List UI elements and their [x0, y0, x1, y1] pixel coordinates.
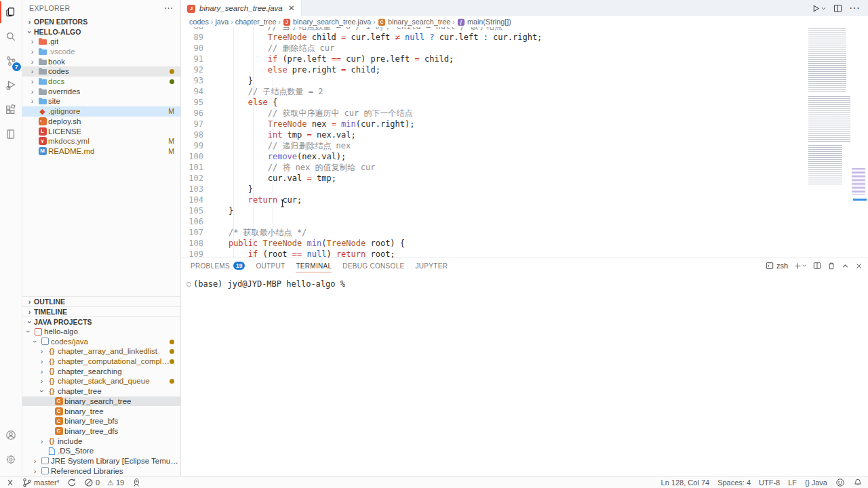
java-project-item-hello-algo[interactable]: ›hello-algo	[22, 327, 180, 337]
java-project-item-chapter-array-and-linkedlist[interactable]: ›{}chapter_array_and_linkedlist	[22, 346, 180, 357]
problem-dot-badge	[170, 338, 180, 346]
package-icon: {}	[46, 367, 58, 375]
extensions-icon	[5, 104, 16, 115]
status-item-remote-indicator[interactable]	[5, 478, 15, 487]
java-file-icon: J	[187, 3, 195, 13]
java-project-item-binary-tree-bfs[interactable]: Cbinary_tree_bfs	[22, 416, 180, 426]
open-editors-section[interactable]: ›OPEN EDITORS	[22, 16, 180, 26]
root-folder-section[interactable]: ›HELLO-ALGO	[22, 26, 180, 37]
extensions-view-icon[interactable]	[0, 98, 22, 122]
explorer-item--vscode[interactable]: ›.vscode	[22, 47, 180, 57]
chevron-right-icon: ›	[37, 367, 46, 375]
java-project-item-include[interactable]: ›{}include	[22, 436, 180, 446]
explorer-item-docs[interactable]: ›docs	[22, 77, 180, 87]
java-project-item-binary-tree-dfs[interactable]: Cbinary_tree_dfs	[22, 426, 180, 436]
explorer-item-overrides[interactable]: ›overrides	[22, 86, 180, 96]
gear-icon	[5, 454, 16, 465]
folder-blue-icon	[37, 77, 48, 85]
account-button[interactable]	[0, 423, 22, 447]
panel-tab-terminal[interactable]: TERMINAL	[296, 260, 332, 272]
status-item-java-status[interactable]	[132, 478, 141, 487]
status-item-cursor-position[interactable]: Ln 128, Col 74	[661, 479, 710, 487]
breadcrumb-item[interactable]: chapter_tree	[235, 18, 277, 26]
new-terminal-button[interactable]	[794, 262, 807, 270]
close-panel-button[interactable]	[855, 262, 863, 270]
java-project-item-chapter-computational-complexity[interactable]: ›{}chapter_computational_complexity	[22, 357, 180, 367]
explorer-view-icon[interactable]	[0, 0, 22, 24]
class-icon: C	[53, 397, 64, 405]
status-item-feedback[interactable]	[835, 478, 845, 487]
status-item-language-mode[interactable]: {}Java	[805, 479, 827, 487]
java-project-item-binary-tree[interactable]: Cbinary_tree	[22, 406, 180, 416]
status-item-indentation[interactable]: Spaces: 4	[717, 479, 751, 487]
explorer-item--git[interactable]: ›.git	[22, 37, 180, 47]
line-number: 101	[181, 162, 203, 173]
kill-terminal-button[interactable]	[827, 262, 835, 270]
explorer-more-actions-button[interactable]: ···	[165, 4, 174, 12]
more-actions-button[interactable]: ···	[849, 2, 860, 14]
java-project-item--ds-store[interactable]: .DS_Store	[22, 446, 180, 456]
panel-tab-output[interactable]: OUTPUT	[256, 260, 285, 272]
terminal[interactable]: (base) jyd@JYD-MBP hello-algo %	[181, 273, 868, 476]
panel-tab-problems[interactable]: PROBLEMS19	[191, 259, 245, 272]
settings-button[interactable]	[0, 447, 22, 472]
line-number: 91	[181, 54, 203, 64]
run-button[interactable]	[812, 4, 827, 13]
explorer-item-site[interactable]: ›site	[22, 96, 180, 106]
panel-tab-debug-console[interactable]: DEBUG CONSOLE	[342, 260, 404, 272]
tab-binary-search-tree[interactable]: J binary_search_tree.java ✕	[181, 0, 302, 16]
status-item-sync[interactable]	[67, 478, 77, 487]
chevron-right-icon: ›	[37, 437, 46, 445]
java-project-item-referenced-libraries[interactable]: ›Referenced Libraries	[22, 466, 180, 476]
run-debug-view-icon[interactable]	[0, 73, 22, 98]
line-number: 104	[181, 195, 203, 205]
code-editor[interactable]: 88 // 当子结点数量 = 0 / 1 时， child = null / 该…	[181, 27, 868, 258]
breadcrumb-item[interactable]: java	[215, 18, 229, 26]
java-project-item-chapter-searching[interactable]: ›{}chapter_searching	[22, 366, 180, 376]
status-item-errors[interactable]: 0	[84, 478, 100, 487]
explorer-item-mkdocs-yml[interactable]: Ymkdocs.ymlM	[22, 136, 180, 146]
explorer-item-codes[interactable]: ›codes	[22, 66, 180, 77]
breadcrumb-item[interactable]: ƒmain(String[])	[457, 17, 511, 26]
split-terminal-button[interactable]	[813, 262, 821, 270]
explorer-item--gitignore[interactable]: ◆.gitignoreM	[22, 106, 180, 117]
breadcrumb-item[interactable]: Cbinary_search_tree	[378, 17, 450, 26]
java-project-item-chapter-stack-and-queue[interactable]: ›{}chapter_stack_and_queue	[22, 376, 180, 386]
status-item-encoding[interactable]: UTF-8	[759, 479, 780, 487]
explorer-item-deploy-sh[interactable]: ›_deploy.sh	[22, 117, 180, 127]
library-icon	[39, 467, 51, 474]
status-item-eol[interactable]: LF	[788, 479, 797, 487]
timeline-section[interactable]: ›TIMELINE	[22, 306, 180, 317]
explorer-item-book[interactable]: ›book	[22, 56, 180, 66]
terminal-shell-selector[interactable]: zsh	[766, 262, 788, 270]
source-control-view-icon[interactable]: 7	[0, 49, 22, 73]
status-item-notifications[interactable]	[853, 478, 863, 487]
explorer-item-readme-md[interactable]: MREADME.mdM	[22, 146, 180, 157]
sidebar-title: EXPLORER	[29, 4, 70, 12]
java-project-item-binary-search-tree[interactable]: Cbinary_search_tree	[22, 396, 180, 407]
java-project-item-jre-system-library-eclipse-temurin-17-17-[interactable]: ›JRE System Library [Eclipse Temurin 17 …	[22, 456, 180, 466]
maximize-panel-button[interactable]	[842, 262, 849, 270]
java-project-item-chapter-tree[interactable]: ›{}chapter_tree	[22, 386, 180, 396]
code-line: 95 else {	[181, 97, 868, 108]
java-projects-section[interactable]: ›JAVA PROJECTS	[22, 317, 180, 327]
file-icon	[46, 447, 58, 455]
status-item-git-branch[interactable]: master*	[22, 478, 60, 487]
notebook-view-icon[interactable]	[0, 122, 22, 146]
panel-tab-jupyter[interactable]: JUPYTER	[416, 260, 448, 272]
line-number: 89	[181, 32, 203, 43]
java-project-item-codes-java[interactable]: ›codes/java	[22, 336, 180, 346]
code-line: 103 }	[181, 184, 868, 195]
breadcrumb-item[interactable]: Jbinary_search_tree.java	[283, 17, 371, 26]
chevron-down-icon: ›	[38, 387, 46, 396]
java-file-icon: J	[283, 18, 290, 25]
outline-section[interactable]: ›OUTLINE	[22, 296, 180, 306]
close-icon[interactable]: ✕	[288, 3, 295, 13]
search-view-icon[interactable]	[0, 24, 22, 49]
status-item-warnings[interactable]: ⚠19	[107, 479, 124, 487]
explorer-item-license[interactable]: LLICENSE	[22, 126, 180, 136]
breadcrumb-item[interactable]: codes	[189, 18, 209, 26]
code-line: 94 // 子结点数量 = 2	[181, 86, 868, 97]
chevron-down-icon: ›	[24, 327, 33, 336]
split-editor-button[interactable]	[833, 4, 842, 13]
